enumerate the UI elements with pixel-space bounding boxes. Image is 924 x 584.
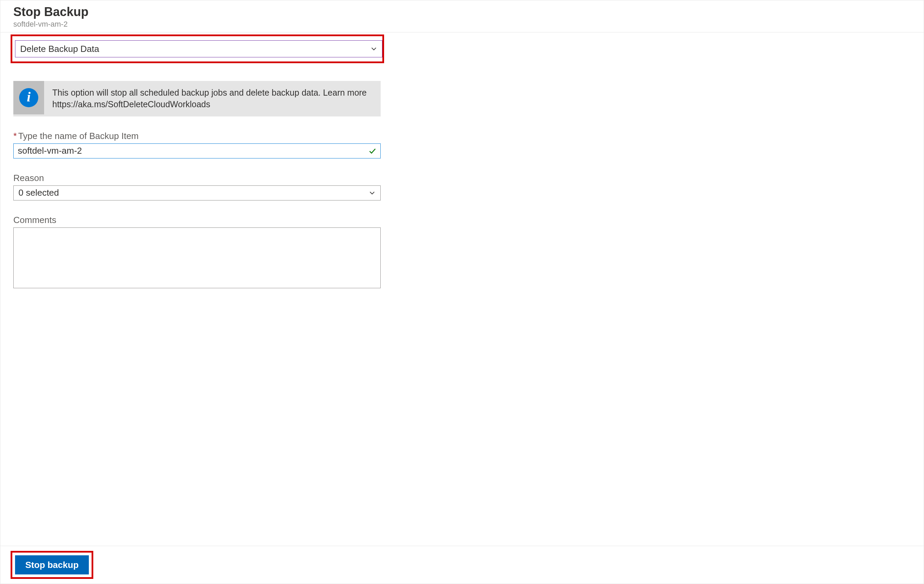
reason-dropdown-selected: 0 selected (18, 188, 59, 198)
backup-item-name-label: *Type the name of Backup Item (13, 131, 381, 141)
blade-header: Stop Backup softdel-vm-am-2 (0, 0, 924, 33)
action-dropdown-selected: Delete Backup Data (20, 44, 99, 54)
reason-dropdown[interactable]: 0 selected (13, 186, 381, 201)
backup-item-name-value: softdel-vm-am-2 (18, 145, 82, 156)
reason-label: Reason (13, 173, 381, 183)
info-icon-box: i (13, 81, 44, 114)
validation-check-icon (369, 147, 376, 155)
page-title: Stop Backup (13, 5, 911, 19)
comments-label: Comments (13, 215, 381, 225)
info-message: This option will stop all scheduled back… (44, 81, 381, 117)
highlight-action-dropdown: Delete Backup Data (11, 35, 384, 63)
chevron-down-icon (369, 189, 376, 196)
comments-textarea[interactable] (13, 227, 381, 288)
highlight-submit-button: Stop backup (11, 551, 93, 579)
resource-name: softdel-vm-am-2 (13, 20, 911, 29)
info-icon: i (19, 88, 38, 107)
blade-footer: Stop backup (0, 546, 924, 584)
backup-item-name-input[interactable]: softdel-vm-am-2 (13, 143, 381, 158)
chevron-down-icon (370, 45, 377, 52)
info-banner: i This option will stop all scheduled ba… (13, 81, 381, 117)
action-dropdown[interactable]: Delete Backup Data (15, 40, 383, 58)
stop-backup-button[interactable]: Stop backup (15, 555, 89, 574)
